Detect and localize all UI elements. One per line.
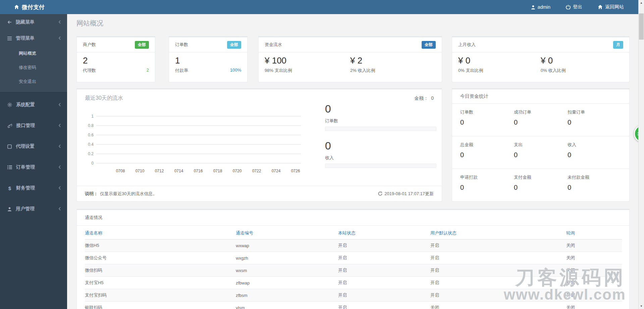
column-header-channel-code[interactable]: 通道编号 [236, 226, 338, 239]
stat-card-merchants: 商户数 全部 2 代理数 2 [76, 36, 155, 82]
svg-text:0722: 0722 [252, 169, 261, 173]
chevron-left-icon [58, 165, 61, 170]
home-icon [14, 5, 19, 9]
card-title: 上月收入 [458, 42, 476, 48]
sidebar-item-label: 代理设置 [16, 143, 58, 149]
card-value: ¥ 0 [458, 55, 541, 66]
table-row: 微信H5 wxwap 开启 开启 关闭 [85, 239, 622, 252]
table-row: 微信扫码 wxsm 开启 开启 关闭 [85, 264, 622, 277]
chevron-left-icon [58, 36, 61, 41]
table-row: 微信公众号 wxgzh 开启 开启 关闭 [85, 252, 622, 264]
main-content: 网站概况 商户数 全部 2 代理数 2 订单数 全部 1 付款率 100% [67, 14, 638, 309]
column-header-user-default-status[interactable]: 用户默认状态 [430, 226, 566, 239]
stat-value: 0 [325, 103, 436, 115]
cell-channel-code: zfbwap [236, 277, 338, 289]
link-icon [7, 123, 12, 128]
svg-text:0.4: 0.4 [88, 142, 94, 147]
sidebar-item-order-manage[interactable]: 订单管理 [0, 159, 67, 176]
chevron-left-icon [58, 144, 61, 149]
stat-label: 总金额 [460, 142, 514, 148]
sidebar-toggle-label: 隐藏菜单 [16, 19, 58, 25]
sidebar-item-system-config[interactable]: 系统配置 [0, 96, 67, 113]
stat-value: 0 [568, 119, 621, 126]
cell-channel-name: 微信扫码 [85, 264, 236, 277]
cell-channel-name: 微信公众号 [85, 252, 236, 264]
back-site-button[interactable]: 返回网站 [598, 4, 624, 10]
stat-value: 0 [514, 119, 568, 126]
cell-site-status: 开启 [338, 289, 430, 302]
gear-icon [7, 102, 12, 107]
chevron-left-icon [58, 19, 61, 25]
card-title: 订单数 [175, 42, 188, 48]
stat-orders: 0 订单数 [325, 103, 436, 131]
logout-button[interactable]: 登出 [566, 4, 582, 10]
logout-label: 登出 [573, 4, 582, 10]
today-row: 总金额0 支出0 收入0 [452, 136, 629, 169]
sidebar-item-label: 财务管理 [16, 185, 58, 191]
stat-value: 0 [460, 119, 514, 126]
scrollbar-thumb[interactable] [639, 13, 644, 40]
chevron-left-icon [58, 123, 61, 128]
table-header-row: 通道名称 通道编号 本站状态 用户默认状态 轮询 [85, 226, 622, 239]
chevron-left-icon [58, 206, 61, 212]
column-header-site-status[interactable]: 本站状态 [338, 226, 430, 239]
sidebar-subitem-site-overview[interactable]: 网站概览 [0, 46, 67, 60]
cell-channel-code: ylsm [236, 302, 338, 309]
vertical-scrollbar[interactable]: ▲ ▼ [638, 0, 644, 309]
sidebar-item-manage-menu[interactable]: 管理菜单 [0, 30, 67, 46]
sidebar-subitem-change-password[interactable]: 修改密码 [0, 60, 67, 75]
stat-label: 未付款金额 [568, 174, 621, 180]
column-header-channel-name[interactable]: 通道名称 [85, 226, 236, 239]
sidebar-subitem-safe-exit[interactable]: 安全退出 [0, 75, 67, 89]
card-value: 2 [83, 55, 149, 66]
user-icon [7, 207, 12, 211]
cell-user-default-status: 关闭 [430, 302, 566, 309]
card-title: 资金流水 [265, 42, 282, 48]
card-sub-value: 2 [147, 68, 149, 74]
stat-card-orders: 订单数 全部 1 付款率 100% [169, 36, 248, 82]
stat-value: 0 [514, 151, 568, 159]
sidebar-item-finance-manage[interactable]: $ 财务管理 [0, 180, 67, 196]
cell-user-default-status: 开启 [430, 252, 566, 264]
flow-panel-title: 最近30天的流水 [85, 95, 123, 102]
svg-text:0712: 0712 [155, 169, 164, 173]
stat-label: 支付金额 [514, 174, 568, 180]
card-value: ¥ 100 [265, 55, 350, 66]
sidebar: 隐藏菜单 管理菜单 网站概览 修改密码 安全退出 系统配置 [0, 14, 67, 309]
cell-user-default-status: 开启 [430, 264, 566, 277]
amount-summary: 金额：0 [414, 95, 434, 101]
stat-label: 收入 [325, 155, 436, 161]
cell-site-status: 开启 [338, 277, 430, 289]
flow-chart-panel: 最近30天的流水 金额：0 1 0.8 0.6 0.4 0.2 0 0708 0… [76, 88, 442, 202]
refresh-icon[interactable] [378, 191, 382, 196]
cell-polling: 关闭 [566, 264, 622, 277]
stat-income: 0 收入 [325, 140, 436, 168]
stat-value: 0 [325, 140, 436, 152]
sidebar-item-agent-settings[interactable]: 代理设置 [0, 138, 67, 155]
scroll-up-arrow[interactable]: ▲ [639, 0, 644, 6]
sidebar-item-user-manage[interactable]: 用户管理 [0, 201, 67, 217]
column-header-polling[interactable]: 轮询 [566, 226, 622, 239]
stat-value: 0 [514, 184, 568, 191]
scroll-down-arrow[interactable]: ▼ [639, 303, 644, 309]
brand[interactable]: 微付支付 [0, 3, 45, 11]
cell-user-default-status: 开启 [430, 289, 566, 302]
svg-text:0716: 0716 [194, 169, 203, 173]
sidebar-submenu: 网站概览 修改密码 安全退出 [0, 46, 67, 89]
sidebar-toggle-hide-menu[interactable]: 隐藏菜单 [0, 14, 67, 30]
card-value: 1 [175, 55, 241, 66]
stat-label: 支出 [514, 142, 568, 148]
channel-table: 通道名称 通道编号 本站状态 用户默认状态 轮询 微信H5 wxwap 开启 开… [85, 226, 622, 309]
line-chart: 1 0.8 0.6 0.4 0.2 0 0708 0710 0712 0714 … [83, 114, 304, 180]
sidebar-item-label: 接口管理 [16, 123, 58, 129]
cell-user-default-status: 开启 [430, 277, 566, 289]
user-menu[interactable]: admin [531, 4, 550, 10]
chevron-left-icon [58, 102, 61, 107]
card-sub-label: 0% 支出比例 [458, 68, 541, 74]
cell-site-status: 开启 [338, 302, 430, 309]
updated-text: 2019-08-01 17:07:17更新 [384, 191, 434, 197]
cell-channel-code: wxwap [236, 239, 338, 252]
navbar-right: admin 登出 返回网站 [531, 4, 644, 10]
sidebar-item-api-manage[interactable]: 接口管理 [0, 117, 67, 134]
stat-label: 订单数 [325, 118, 436, 124]
